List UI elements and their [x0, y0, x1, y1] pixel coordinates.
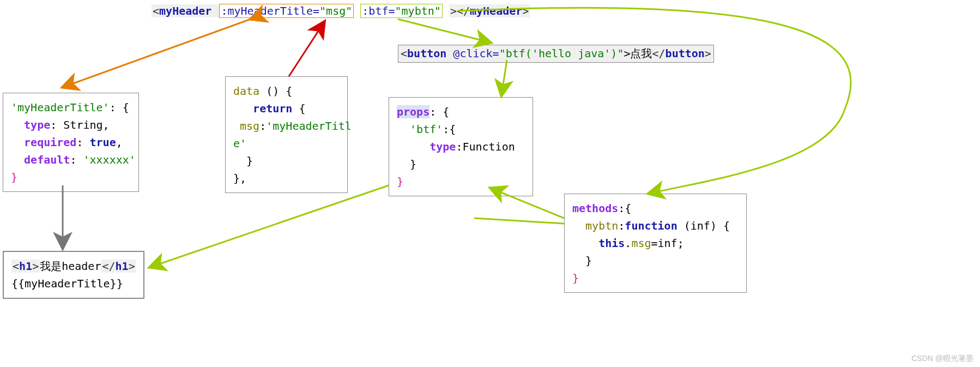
svg-line-1 [289, 22, 324, 76]
data-function-box: data () { return { msg:'myHeaderTitl e' … [225, 76, 348, 193]
methods-box: methods:{ mybtn:function (inf) { this.ms… [564, 194, 747, 293]
svg-line-0 [63, 19, 251, 87]
svg-line-6 [150, 185, 389, 267]
h1-render-box: <h1>我是header</h1> {{myHeaderTitle}} [3, 251, 144, 299]
watermark: CSDN @暇光署墨 [911, 354, 973, 364]
svg-line-5 [474, 218, 564, 224]
svg-line-2 [398, 19, 491, 43]
props-btf-box: props: { 'btf':{ type:Function } } [389, 97, 533, 196]
prop-myheadertitle-box: 'myHeaderTitle': { type: String, require… [3, 93, 139, 192]
template-line: <myHeader :myHeaderTitle="msg" :btf="myb… [152, 4, 530, 17]
svg-line-3 [501, 60, 507, 95]
button-template: <button @click="btf('hello java')">点我</b… [398, 45, 714, 63]
